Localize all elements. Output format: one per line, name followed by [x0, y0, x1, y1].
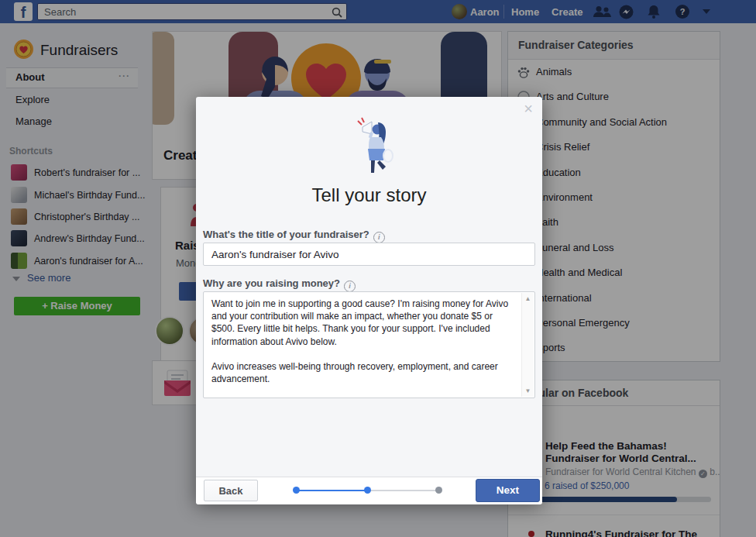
- story-field-label: Why are you raising money?i: [203, 277, 356, 292]
- back-button[interactable]: Back: [204, 480, 258, 501]
- progress-line-2: [367, 490, 438, 491]
- progress-dot-3: [435, 487, 442, 494]
- story-textarea-wrap: Want to join me in supporting a good cau…: [203, 291, 535, 398]
- megaphone-person-illustration: [344, 114, 395, 181]
- next-button[interactable]: Next: [476, 479, 540, 502]
- progress-line-1: [296, 490, 367, 491]
- tell-your-story-modal: × Tell your story What's the title of yo…: [196, 97, 542, 504]
- modal-title: Tell your story: [196, 184, 542, 206]
- story-label-text: Why are you raising money?: [203, 277, 340, 289]
- info-icon[interactable]: i: [373, 232, 385, 243]
- info-icon[interactable]: i: [344, 281, 356, 292]
- scroll-up-icon[interactable]: ▲: [522, 295, 534, 302]
- fundraiser-title-input[interactable]: [203, 243, 535, 266]
- title-label-text: What's the title of your fundraiser?: [203, 229, 369, 240]
- progress-dot-2: [364, 487, 371, 494]
- fundraiser-story-textarea[interactable]: Want to join me in supporting a good cau…: [204, 292, 520, 398]
- progress-dot-1: [293, 487, 300, 494]
- close-icon[interactable]: ×: [524, 100, 533, 118]
- title-field-label: What's the title of your fundraiser?i: [203, 229, 385, 243]
- facebook-fundraisers-page: f Aaron Home Create ? F: [0, 0, 756, 537]
- scroll-down-icon[interactable]: ▼: [522, 387, 534, 394]
- modal-footer: Back Next: [196, 477, 542, 504]
- textarea-scrollbar[interactable]: ▲ ▼: [521, 293, 534, 397]
